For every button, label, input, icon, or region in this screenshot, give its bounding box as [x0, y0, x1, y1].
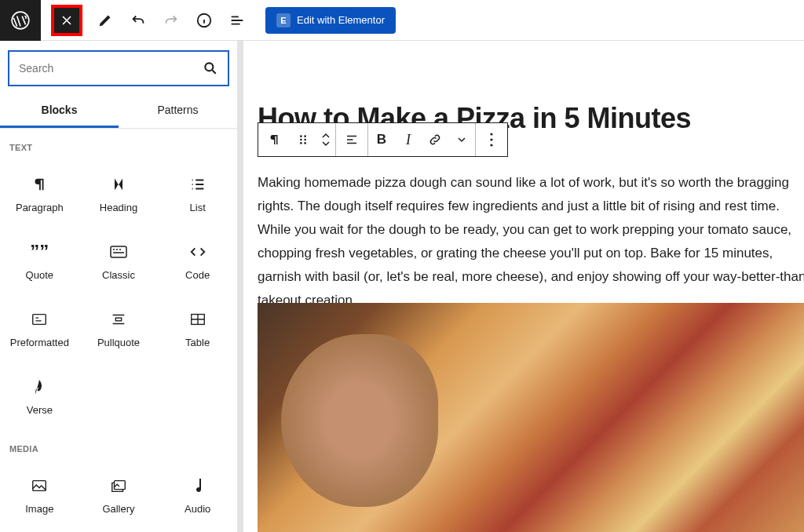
link-button[interactable] — [422, 123, 448, 156]
verse-icon — [30, 377, 49, 396]
heading-icon — [109, 175, 128, 194]
svg-point-16 — [490, 138, 492, 140]
redo-icon[interactable] — [162, 11, 181, 30]
audio-icon — [188, 476, 207, 495]
block-quote[interactable]: ””Quote — [0, 228, 79, 295]
block-inserter-panel: Blocks Patterns TEXT Paragraph Heading L… — [0, 41, 243, 532]
media-blocks-grid: Image Gallery Audio — [0, 461, 237, 529]
bold-button[interactable]: B — [368, 123, 395, 156]
code-icon — [188, 242, 207, 261]
elementor-label: Edit with Elementor — [297, 14, 385, 26]
svg-point-14 — [304, 142, 306, 144]
search-icon — [203, 60, 218, 76]
block-heading[interactable]: Heading — [79, 160, 159, 228]
close-inserter-button[interactable] — [52, 5, 82, 35]
svg-rect-5 — [115, 318, 121, 321]
editor-canvas[interactable]: How to Make a Pizza in 5 Minutes B I — [243, 41, 804, 532]
undo-icon[interactable] — [129, 11, 148, 30]
svg-rect-7 — [33, 480, 46, 490]
svg-point-13 — [300, 142, 302, 144]
classic-icon — [109, 242, 128, 261]
block-verse[interactable]: Verse — [0, 363, 79, 430]
paragraph-icon — [30, 175, 49, 194]
block-type-button[interactable] — [258, 123, 290, 156]
svg-point-9 — [300, 135, 302, 137]
search-input[interactable] — [19, 62, 203, 75]
block-code[interactable]: Code — [158, 228, 237, 295]
tab-patterns[interactable]: Patterns — [119, 94, 237, 128]
preformatted-icon — [30, 310, 49, 329]
svg-rect-4 — [33, 314, 46, 324]
block-gallery[interactable]: Gallery — [79, 461, 159, 529]
block-image[interactable]: Image — [0, 461, 79, 529]
block-classic[interactable]: Classic — [79, 228, 159, 295]
edit-with-elementor-button[interactable]: E Edit with Elementor — [265, 7, 396, 34]
svg-point-17 — [490, 144, 492, 146]
align-button[interactable] — [336, 123, 367, 156]
move-up-icon[interactable] — [321, 132, 331, 140]
editor-tools — [96, 11, 247, 30]
paragraph-block[interactable]: Making homemade pizza dough can sound li… — [258, 171, 804, 312]
section-title-text: TEXT — [0, 129, 237, 160]
block-pullquote[interactable]: Pullquote — [79, 295, 159, 363]
edit-icon[interactable] — [96, 11, 115, 30]
section-title-media: MEDIA — [0, 430, 237, 461]
block-toolbar: B I — [258, 122, 508, 157]
inserter-tabs: Blocks Patterns — [0, 94, 237, 129]
drag-handle-icon[interactable] — [290, 123, 316, 156]
block-paragraph[interactable]: Paragraph — [0, 160, 79, 228]
tab-blocks[interactable]: Blocks — [0, 94, 119, 128]
info-icon[interactable] — [195, 11, 214, 30]
top-toolbar: E Edit with Elementor — [0, 0, 804, 41]
more-rich-text-icon[interactable] — [448, 123, 475, 156]
block-table[interactable]: Table — [158, 295, 237, 363]
svg-rect-3 — [111, 246, 126, 257]
svg-point-11 — [300, 139, 302, 141]
svg-point-12 — [304, 139, 306, 141]
search-field-wrapper[interactable] — [8, 50, 229, 86]
svg-point-15 — [490, 133, 492, 135]
gallery-icon — [109, 476, 128, 495]
italic-button[interactable]: I — [395, 123, 422, 156]
quote-icon: ”” — [30, 242, 49, 261]
featured-image[interactable] — [258, 303, 804, 532]
table-icon — [188, 310, 207, 329]
block-list[interactable]: List — [158, 160, 237, 228]
pullquote-icon — [109, 310, 128, 329]
block-more-options-icon[interactable] — [476, 123, 507, 156]
block-preformatted[interactable]: Preformatted — [0, 295, 79, 363]
svg-point-2 — [205, 63, 213, 71]
move-down-icon[interactable] — [321, 140, 331, 148]
image-icon — [30, 476, 49, 495]
outline-icon[interactable] — [228, 11, 247, 30]
elementor-icon: E — [276, 13, 291, 27]
svg-point-10 — [304, 135, 306, 137]
wordpress-logo[interactable] — [0, 0, 41, 41]
list-icon — [188, 175, 207, 194]
block-audio[interactable]: Audio — [158, 461, 237, 529]
text-blocks-grid: Paragraph Heading List ””Quote Classic C… — [0, 160, 237, 430]
